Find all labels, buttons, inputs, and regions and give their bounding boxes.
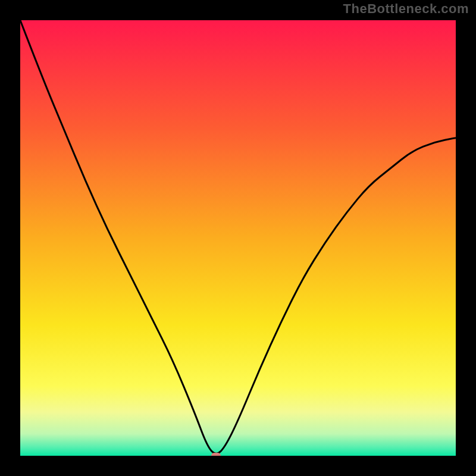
watermark-text: TheBottleneck.com xyxy=(343,1,469,17)
plot-area xyxy=(20,20,456,456)
optimal-point-marker xyxy=(211,453,221,456)
gradient-background xyxy=(20,20,456,456)
chart-frame: TheBottleneck.com xyxy=(0,0,476,476)
plot-svg xyxy=(20,20,456,456)
